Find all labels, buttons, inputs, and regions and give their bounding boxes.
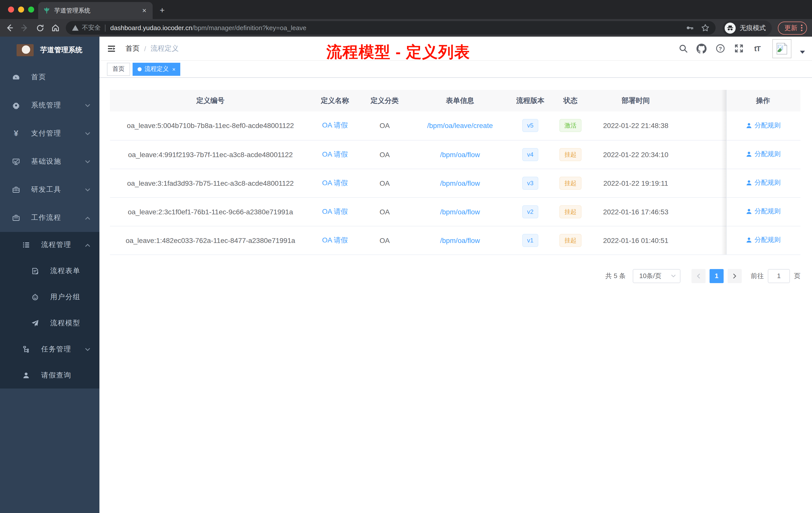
definition-name-link[interactable]: OA 请假	[322, 236, 348, 244]
sidebar-item-process-form[interactable]: 流程表单	[0, 258, 99, 284]
tag-process-definition[interactable]: 流程定义 ×	[133, 62, 180, 76]
annotation-title: 流程模型 - 定义列表	[326, 42, 470, 63]
definition-name-link[interactable]: OA 请假	[322, 150, 348, 158]
zoom-window-button[interactable]	[28, 6, 34, 12]
form-link[interactable]: /bpm/oa/flow	[440, 150, 480, 158]
close-window-button[interactable]	[8, 6, 14, 12]
tree-icon	[22, 345, 30, 353]
status-badge: 激活	[559, 119, 581, 132]
chrome-update-button[interactable]: 更新	[778, 21, 807, 34]
assign-rule-link[interactable]: 分配规则	[746, 178, 781, 187]
tab-strip: 芋道管理系统 ✕ +	[0, 0, 812, 19]
deploy-time: 2022-01-22 20:34:10	[590, 140, 682, 169]
list-icon	[22, 241, 30, 249]
divider	[105, 24, 105, 31]
definition-category: OA	[359, 112, 410, 140]
definition-id: oa_leave:1:482ec033-762a-11ec-8477-a2380…	[110, 226, 311, 254]
sidebar-item-process-management[interactable]: 流程管理	[0, 232, 99, 258]
page-unit-label: 页	[794, 271, 801, 280]
sidebar-item-devtools[interactable]: 研发工具	[0, 176, 99, 204]
incognito-icon	[725, 22, 736, 33]
prev-page-button[interactable]	[692, 269, 705, 283]
app-logo-row[interactable]: 芋道管理系统	[0, 37, 99, 63]
incognito-badge: 无痕模式	[723, 20, 772, 35]
chevron-down-icon	[85, 159, 90, 164]
font-size-icon[interactable]: tT	[751, 42, 764, 55]
avatar-dropdown-caret[interactable]	[800, 51, 805, 54]
sidebar-item-payment[interactable]: ¥ 支付管理	[0, 119, 99, 148]
spacer-cell	[682, 140, 726, 169]
fullscreen-icon[interactable]	[732, 42, 745, 55]
form-link[interactable]: /bpm/oa/flow	[440, 236, 480, 244]
window-controls[interactable]	[8, 6, 34, 12]
github-icon[interactable]	[695, 42, 708, 55]
app-title: 芋道管理系统	[40, 46, 82, 55]
definition-name-link[interactable]: OA 请假	[322, 207, 348, 215]
minimize-window-button[interactable]	[18, 6, 24, 12]
forward-icon[interactable]	[21, 24, 29, 32]
tag-close-icon[interactable]: ×	[172, 66, 175, 72]
sidebar-collapse-icon[interactable]	[99, 37, 124, 60]
breadcrumb-home[interactable]: 首页	[125, 44, 140, 53]
sidebar-item-process-model[interactable]: 流程模型	[0, 310, 99, 336]
table-header-row: 定义编号 定义名称 定义分类 表单信息 流程版本 状态 部署时间 操作	[110, 90, 801, 112]
back-icon[interactable]	[5, 24, 13, 32]
security-warning-label[interactable]: 不安全	[82, 24, 101, 32]
definition-name-link[interactable]: OA 请假	[322, 121, 348, 129]
user-icon	[746, 208, 752, 215]
page-number-button[interactable]: 1	[709, 269, 724, 283]
version-badge: v4	[522, 148, 538, 161]
definition-table: 定义编号 定义名称 定义分类 表单信息 流程版本 状态 部署时间 操作	[110, 90, 801, 255]
new-tab-button[interactable]: +	[160, 5, 165, 16]
kebab-menu-icon[interactable]	[801, 25, 803, 31]
tag-home[interactable]: 首页	[107, 62, 130, 76]
sidebar-item-user-group[interactable]: 用户分组	[0, 284, 99, 310]
tab-close-icon[interactable]: ✕	[141, 7, 148, 14]
column-header: 状态	[551, 90, 590, 112]
sidebar-item-infrastructure[interactable]: 基础设施	[0, 148, 99, 176]
sidebar-item-task-management[interactable]: 任务管理	[0, 336, 99, 362]
version-badge: v5	[522, 119, 538, 132]
assign-rule-link[interactable]: 分配规则	[746, 150, 781, 159]
url-text[interactable]: dashboard.yudao.iocoder.cn/bpm/manager/d…	[110, 24, 686, 32]
browser-tab[interactable]: 芋道管理系统 ✕	[38, 2, 153, 19]
column-header: 表单信息	[410, 90, 510, 112]
bookmark-star-icon[interactable]	[701, 24, 709, 32]
svg-text:?: ?	[719, 46, 722, 52]
column-header: 定义分类	[359, 90, 410, 112]
app-logo-image	[17, 44, 34, 56]
table-row: oa_leave:1:482ec033-762a-11ec-8477-a2380…	[110, 226, 801, 254]
sidebar-item-workflow[interactable]: 工作流程	[0, 204, 99, 232]
incognito-label: 无痕模式	[740, 23, 766, 32]
help-icon[interactable]: ?	[714, 42, 727, 55]
reload-icon[interactable]	[36, 24, 44, 32]
version-badge: v3	[522, 176, 538, 189]
sidebar-item-leave-query[interactable]: 请假查询	[0, 362, 99, 389]
robot-face-icon	[31, 293, 39, 301]
table-row: oa_leave:2:3c1f0ef1-76b1-11ec-9c66-a2380…	[110, 197, 801, 226]
chevron-up-icon	[85, 242, 90, 248]
goto-page-input[interactable]	[768, 269, 790, 283]
home-icon[interactable]	[51, 24, 60, 32]
definition-name-link[interactable]: OA 请假	[322, 178, 348, 186]
form-link[interactable]: /bpm/oa/leave/create	[427, 122, 493, 130]
sidebar-item-system[interactable]: 系统管理	[0, 91, 99, 119]
form-link[interactable]: /bpm/oa/flow	[440, 208, 480, 216]
form-link[interactable]: /bpm/oa/flow	[440, 179, 480, 187]
search-icon[interactable]	[676, 42, 690, 55]
navbar: 首页 / 流程定义 流程模型 - 定义列表 ?	[99, 37, 812, 61]
chevron-down-icon	[85, 103, 90, 109]
paper-plane-icon	[31, 319, 39, 327]
password-key-icon[interactable]	[686, 24, 694, 32]
page-size-select[interactable]: 10条/页	[633, 269, 680, 283]
spacer-cell	[682, 169, 726, 197]
assign-rule-link[interactable]: 分配规则	[746, 207, 781, 216]
browser-toolbar: 不安全 dashboard.yudao.iocoder.cn/bpm/manag…	[0, 19, 812, 37]
address-bar[interactable]: 不安全 dashboard.yudao.iocoder.cn/bpm/manag…	[66, 21, 716, 35]
assign-rule-link[interactable]: 分配规则	[746, 121, 781, 130]
user-avatar[interactable]	[772, 39, 791, 58]
security-warning-icon[interactable]	[72, 25, 79, 31]
next-page-button[interactable]	[728, 269, 742, 283]
assign-rule-link[interactable]: 分配规则	[746, 236, 781, 245]
sidebar-item-home[interactable]: 首页	[0, 63, 99, 91]
